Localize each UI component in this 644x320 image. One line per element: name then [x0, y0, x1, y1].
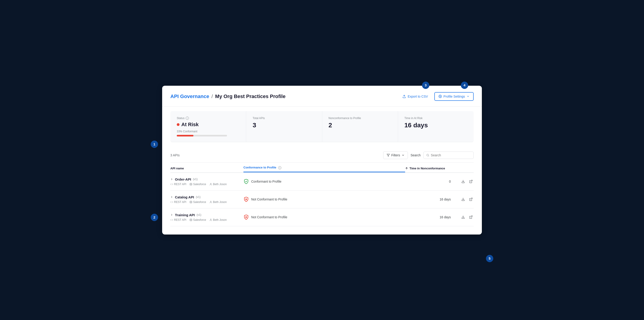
svg-line-19	[471, 198, 472, 200]
row-type-2: REST API	[170, 218, 186, 221]
row-api-version-0: (v1)	[193, 178, 198, 181]
search-label: Search	[410, 153, 421, 157]
col-header-time: Time in Nonconformance	[405, 167, 455, 172]
row-owner-0: Beth Joson	[210, 183, 227, 186]
conformance-icon-2	[244, 214, 249, 220]
status-value: At Risk	[177, 122, 240, 128]
svg-rect-20	[190, 219, 192, 221]
nonconformance-value: 2	[328, 122, 392, 129]
table-rows-container: Order-API (v1) REST API Salesforce Beth …	[170, 173, 474, 226]
row-actions-1	[455, 197, 474, 202]
total-apis-value: 3	[252, 122, 316, 129]
page-header: API Governance / My Org Best Practices P…	[162, 86, 482, 107]
svg-point-23	[210, 219, 211, 220]
external-link-icon	[469, 215, 473, 219]
time-at-risk-label: Time in At Risk	[404, 117, 467, 120]
api-count: 3 APIs	[170, 153, 180, 157]
profile-settings-button[interactable]: Profile Settings	[434, 92, 474, 101]
filters-label: Filters	[392, 153, 400, 157]
svg-line-11	[471, 180, 472, 182]
svg-point-9	[210, 183, 211, 184]
annotation-5: 5	[486, 255, 493, 262]
row-type-0: REST API	[170, 183, 186, 186]
row-actions-2	[455, 214, 474, 220]
row-api-name-text-0: Order-API	[175, 177, 191, 181]
toolbar-right: Filters Search	[383, 151, 474, 159]
row-download-btn-2[interactable]	[460, 214, 466, 220]
progress-bar	[177, 135, 227, 136]
row-meta-1: REST API Salesforce Beth Joson	[170, 200, 244, 204]
row-conformance-0: Conformant to Profile	[244, 179, 405, 184]
row-platform-0: Salesforce	[190, 183, 206, 186]
time-at-risk-value: 16 days	[404, 122, 467, 129]
download-icon	[461, 180, 465, 183]
user-icon	[210, 183, 212, 186]
row-time-2: 16 days	[405, 215, 455, 219]
row-expand-btn-0[interactable]	[170, 178, 173, 181]
breadcrumb: API Governance / My Org Best Practices P…	[170, 94, 286, 99]
row-actions-0	[455, 179, 474, 184]
annotation-1: 1	[151, 141, 158, 148]
table-header: API name Conformance to Profile i Time i…	[170, 163, 474, 173]
col-header-actions	[455, 170, 474, 172]
conformance-text-1: Not Conformant to Profile	[251, 197, 287, 201]
table-section: 3 APIs Filters Search	[170, 148, 474, 226]
table-row: Training API (v1) REST API Salesforce Be…	[170, 208, 474, 226]
row-download-btn-1[interactable]	[460, 197, 466, 202]
row-download-btn-0[interactable]	[460, 179, 466, 184]
row-external-link-btn-1[interactable]	[468, 197, 474, 202]
svg-point-1	[440, 96, 440, 97]
row-api-name-text-1: Catalog API	[175, 195, 194, 199]
progress-bar-fill	[177, 135, 194, 136]
conformance-text-2: Not Conformant to Profile	[251, 215, 287, 219]
status-card: Status i At Risk 33% Conformant	[170, 111, 246, 142]
row-owner-1: Beth Joson	[210, 200, 227, 204]
search-input[interactable]	[431, 153, 471, 157]
row-api-title-1: Catalog API (v1)	[170, 195, 244, 199]
row-platform-2: Salesforce	[190, 218, 206, 221]
row-meta-0: REST API Salesforce Beth Joson	[170, 183, 244, 186]
search-icon	[426, 154, 429, 157]
conformance-info-icon[interactable]: i	[278, 166, 281, 169]
chevron-down-icon	[466, 95, 470, 98]
row-expand-btn-1[interactable]	[170, 196, 173, 198]
annotation-3: 3	[422, 82, 429, 89]
row-external-link-btn-0[interactable]	[468, 179, 474, 184]
row-api-version-2: (v1)	[197, 213, 202, 216]
annotation-2: 2	[151, 214, 158, 221]
breadcrumb-link-api-governance[interactable]: API Governance	[170, 94, 209, 99]
export-csv-label: Export to CSV	[408, 95, 428, 98]
conformant-pct: 33% Conformant	[177, 130, 240, 133]
total-apis-label: Total APIs	[252, 117, 316, 120]
api-icon	[170, 218, 173, 221]
row-time-0: 0	[405, 180, 455, 183]
status-label: Status i	[177, 117, 240, 120]
conformance-icon-0	[244, 179, 249, 184]
page-title: My Org Best Practices Profile	[215, 94, 286, 99]
nonconformance-card: Nonconformance to Profile 2	[322, 111, 398, 142]
sort-icon	[405, 167, 408, 170]
annotation-4: 4	[461, 82, 468, 89]
search-input-wrap	[424, 152, 474, 159]
row-api-name-1: Catalog API (v1) REST API Salesforce Bet…	[170, 195, 244, 204]
svg-line-27	[471, 216, 472, 217]
svg-rect-12	[190, 201, 192, 203]
row-time-1: 16 days	[405, 197, 455, 201]
row-api-title-2: Training API (v1)	[170, 213, 244, 217]
svg-marker-2	[387, 154, 390, 156]
row-api-name-text-2: Training API	[175, 213, 195, 217]
download-icon	[461, 215, 465, 219]
api-icon	[170, 201, 173, 203]
status-info-icon[interactable]: i	[186, 117, 189, 120]
nonconformance-label: Nonconformance to Profile	[328, 117, 392, 120]
row-external-link-btn-2[interactable]	[468, 214, 474, 220]
header-actions: Export to CSV Profile Settings	[400, 92, 474, 101]
api-icon	[170, 183, 173, 186]
export-csv-button[interactable]: Export to CSV	[400, 93, 431, 100]
table-row: Order-API (v1) REST API Salesforce Beth …	[170, 173, 474, 191]
time-at-risk-card: Time in At Risk 16 days	[398, 111, 474, 142]
filters-button[interactable]: Filters	[383, 151, 408, 159]
external-link-icon	[469, 180, 473, 183]
row-api-title-0: Order-API (v1)	[170, 177, 244, 181]
row-expand-btn-2[interactable]	[170, 213, 173, 216]
